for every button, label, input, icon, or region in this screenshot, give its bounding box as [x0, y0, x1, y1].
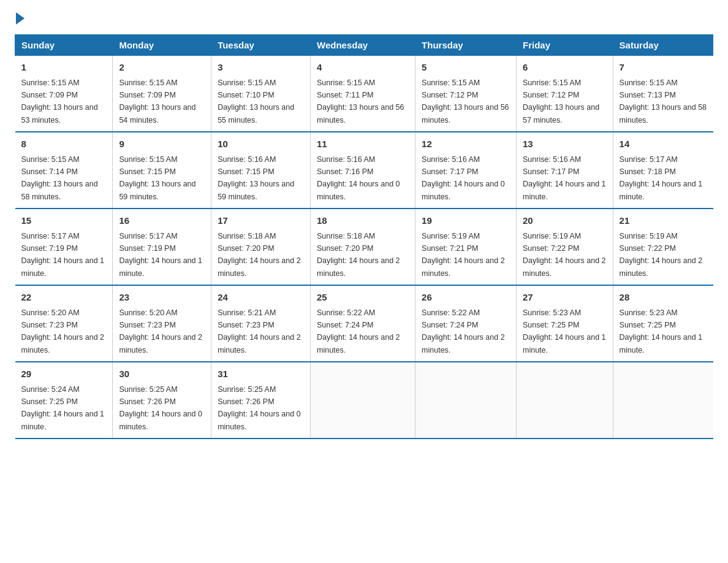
day-info: Sunrise: 5:16 AMSunset: 7:15 PMDaylight:… [218, 155, 294, 201]
day-number: 18 [317, 214, 409, 228]
calendar-cell: 18Sunrise: 5:18 AMSunset: 7:20 PMDayligh… [311, 209, 415, 285]
day-info: Sunrise: 5:15 AMSunset: 7:11 PMDaylight:… [317, 79, 404, 124]
day-number: 3 [218, 61, 304, 75]
day-number: 21 [620, 214, 707, 228]
day-number: 25 [317, 291, 409, 305]
day-number: 7 [620, 61, 707, 75]
calendar-cell: 17Sunrise: 5:18 AMSunset: 7:20 PMDayligh… [211, 209, 311, 285]
day-header-monday: Monday [113, 35, 211, 56]
day-info: Sunrise: 5:17 AMSunset: 7:18 PMDaylight:… [620, 155, 703, 201]
day-number: 27 [523, 291, 607, 305]
day-number: 22 [21, 291, 107, 305]
day-header-tuesday: Tuesday [211, 35, 311, 56]
calendar-table: SundayMondayTuesdayWednesdayThursdayFrid… [15, 34, 713, 439]
day-info: Sunrise: 5:21 AMSunset: 7:23 PMDaylight:… [218, 308, 301, 354]
calendar-cell: 23Sunrise: 5:20 AMSunset: 7:23 PMDayligh… [113, 285, 211, 362]
day-info: Sunrise: 5:16 AMSunset: 7:17 PMDaylight:… [523, 155, 606, 201]
day-number: 20 [523, 214, 607, 228]
day-number: 26 [422, 291, 510, 305]
day-info: Sunrise: 5:20 AMSunset: 7:23 PMDaylight:… [21, 308, 105, 354]
day-info: Sunrise: 5:22 AMSunset: 7:24 PMDaylight:… [317, 308, 400, 354]
day-number: 23 [119, 291, 205, 305]
day-info: Sunrise: 5:17 AMSunset: 7:19 PMDaylight:… [21, 232, 105, 278]
day-info: Sunrise: 5:15 AMSunset: 7:12 PMDaylight:… [523, 79, 599, 124]
day-info: Sunrise: 5:15 AMSunset: 7:12 PMDaylight:… [422, 79, 509, 124]
day-number: 13 [523, 137, 607, 151]
calendar-cell [613, 362, 713, 439]
day-number: 28 [620, 291, 707, 305]
day-info: Sunrise: 5:22 AMSunset: 7:24 PMDaylight:… [422, 308, 505, 354]
day-info: Sunrise: 5:17 AMSunset: 7:19 PMDaylight:… [119, 232, 202, 278]
day-number: 9 [119, 137, 205, 151]
day-info: Sunrise: 5:19 AMSunset: 7:22 PMDaylight:… [523, 232, 606, 278]
calendar-cell: 13Sunrise: 5:16 AMSunset: 7:17 PMDayligh… [517, 132, 613, 209]
calendar-cell: 10Sunrise: 5:16 AMSunset: 7:15 PMDayligh… [211, 132, 311, 209]
logo-arrow-icon [16, 12, 25, 25]
calendar-cell: 31Sunrise: 5:25 AMSunset: 7:26 PMDayligh… [211, 362, 311, 439]
day-number: 24 [218, 291, 304, 305]
calendar-header-row: SundayMondayTuesdayWednesdayThursdayFrid… [15, 35, 713, 56]
day-info: Sunrise: 5:24 AMSunset: 7:25 PMDaylight:… [21, 385, 105, 431]
calendar-cell: 8Sunrise: 5:15 AMSunset: 7:14 PMDaylight… [15, 132, 113, 209]
calendar-cell: 4Sunrise: 5:15 AMSunset: 7:11 PMDaylight… [311, 56, 415, 132]
day-number: 29 [21, 367, 107, 381]
calendar-cell: 1Sunrise: 5:15 AMSunset: 7:09 PMDaylight… [15, 56, 113, 132]
day-number: 10 [218, 137, 304, 151]
day-info: Sunrise: 5:25 AMSunset: 7:26 PMDaylight:… [218, 385, 301, 431]
calendar-cell: 16Sunrise: 5:17 AMSunset: 7:19 PMDayligh… [113, 209, 211, 285]
day-info: Sunrise: 5:23 AMSunset: 7:25 PMDaylight:… [523, 308, 606, 354]
calendar-cell: 9Sunrise: 5:15 AMSunset: 7:15 PMDaylight… [113, 132, 211, 209]
calendar-week-row: 1Sunrise: 5:15 AMSunset: 7:09 PMDaylight… [15, 56, 713, 132]
calendar-cell [311, 362, 415, 439]
calendar-cell: 30Sunrise: 5:25 AMSunset: 7:26 PMDayligh… [113, 362, 211, 439]
calendar-cell: 3Sunrise: 5:15 AMSunset: 7:10 PMDaylight… [211, 56, 311, 132]
day-header-thursday: Thursday [415, 35, 517, 56]
calendar-cell: 5Sunrise: 5:15 AMSunset: 7:12 PMDaylight… [415, 56, 517, 132]
day-info: Sunrise: 5:23 AMSunset: 7:25 PMDaylight:… [620, 308, 703, 354]
day-info: Sunrise: 5:15 AMSunset: 7:09 PMDaylight:… [21, 79, 98, 124]
day-info: Sunrise: 5:25 AMSunset: 7:26 PMDaylight:… [119, 385, 202, 431]
calendar-cell: 22Sunrise: 5:20 AMSunset: 7:23 PMDayligh… [15, 285, 113, 362]
day-number: 30 [119, 367, 205, 381]
calendar-cell: 15Sunrise: 5:17 AMSunset: 7:19 PMDayligh… [15, 209, 113, 285]
day-info: Sunrise: 5:19 AMSunset: 7:22 PMDaylight:… [620, 232, 703, 278]
day-number: 15 [21, 214, 107, 228]
day-info: Sunrise: 5:15 AMSunset: 7:15 PMDaylight:… [119, 155, 195, 201]
calendar-week-row: 8Sunrise: 5:15 AMSunset: 7:14 PMDaylight… [15, 132, 713, 209]
day-info: Sunrise: 5:15 AMSunset: 7:14 PMDaylight:… [21, 155, 98, 201]
calendar-cell: 21Sunrise: 5:19 AMSunset: 7:22 PMDayligh… [613, 209, 713, 285]
day-info: Sunrise: 5:19 AMSunset: 7:21 PMDaylight:… [422, 232, 505, 278]
day-header-sunday: Sunday [15, 35, 113, 56]
day-info: Sunrise: 5:15 AMSunset: 7:13 PMDaylight:… [620, 79, 707, 124]
calendar-cell: 24Sunrise: 5:21 AMSunset: 7:23 PMDayligh… [211, 285, 311, 362]
day-number: 8 [21, 137, 107, 151]
calendar-week-row: 22Sunrise: 5:20 AMSunset: 7:23 PMDayligh… [15, 285, 713, 362]
calendar-cell: 7Sunrise: 5:15 AMSunset: 7:13 PMDaylight… [613, 56, 713, 132]
day-info: Sunrise: 5:18 AMSunset: 7:20 PMDaylight:… [218, 232, 301, 278]
calendar-cell: 11Sunrise: 5:16 AMSunset: 7:16 PMDayligh… [311, 132, 415, 209]
day-number: 16 [119, 214, 205, 228]
day-number: 4 [317, 61, 409, 75]
day-number: 5 [422, 61, 510, 75]
day-number: 11 [317, 137, 409, 151]
calendar-cell: 29Sunrise: 5:24 AMSunset: 7:25 PMDayligh… [15, 362, 113, 439]
logo [15, 15, 25, 25]
calendar-cell: 28Sunrise: 5:23 AMSunset: 7:25 PMDayligh… [613, 285, 713, 362]
calendar-cell: 27Sunrise: 5:23 AMSunset: 7:25 PMDayligh… [517, 285, 613, 362]
calendar-cell: 2Sunrise: 5:15 AMSunset: 7:09 PMDaylight… [113, 56, 211, 132]
day-number: 19 [422, 214, 510, 228]
calendar-cell: 20Sunrise: 5:19 AMSunset: 7:22 PMDayligh… [517, 209, 613, 285]
calendar-week-row: 29Sunrise: 5:24 AMSunset: 7:25 PMDayligh… [15, 362, 713, 439]
day-number: 1 [21, 61, 107, 75]
calendar-week-row: 15Sunrise: 5:17 AMSunset: 7:19 PMDayligh… [15, 209, 713, 285]
day-info: Sunrise: 5:15 AMSunset: 7:09 PMDaylight:… [119, 79, 195, 124]
calendar-cell: 12Sunrise: 5:16 AMSunset: 7:17 PMDayligh… [415, 132, 517, 209]
calendar-cell [517, 362, 613, 439]
day-info: Sunrise: 5:16 AMSunset: 7:17 PMDaylight:… [422, 155, 505, 201]
page-header [15, 15, 713, 25]
calendar-cell [415, 362, 517, 439]
day-number: 6 [523, 61, 607, 75]
day-number: 12 [422, 137, 510, 151]
day-number: 14 [620, 137, 707, 151]
calendar-cell: 19Sunrise: 5:19 AMSunset: 7:21 PMDayligh… [415, 209, 517, 285]
